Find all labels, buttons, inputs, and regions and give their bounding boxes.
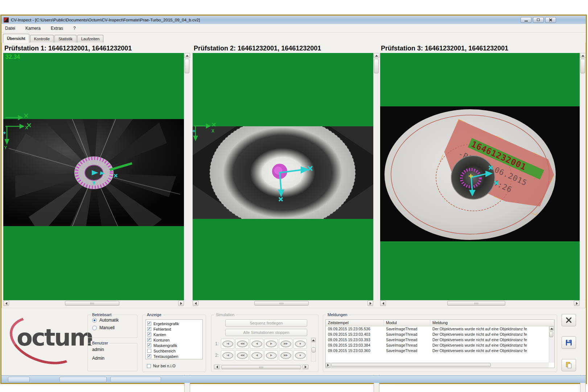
close-button[interactable] <box>545 17 556 23</box>
scroll-right-button[interactable] <box>303 365 308 369</box>
station3-image[interactable]: 16461232001 -P11 11.06.2015 M046 44:26 <box>380 53 580 300</box>
radio-icon[interactable] <box>92 318 97 323</box>
sim2-fast-forward-button[interactable]: ▶▶ <box>279 350 292 360</box>
checkbox[interactable]: ✓ <box>147 343 151 347</box>
checkbox[interactable] <box>147 349 151 353</box>
restore-button[interactable] <box>533 17 544 23</box>
scroll-right-button[interactable] <box>367 301 373 306</box>
scroll-thumb[interactable] <box>254 301 309 306</box>
station1-hscrollbar[interactable] <box>3 300 184 306</box>
anzeige-item-textausgaben[interactable]: ✓ Textausgaben <box>147 354 201 359</box>
scroll-left-button[interactable] <box>3 301 9 306</box>
scroll-up-button[interactable] <box>311 338 316 342</box>
table-row[interactable]: 09.09.2015 15:23:03.384 SaveImageThread … <box>326 343 549 348</box>
copy-messages-button[interactable] <box>562 359 576 371</box>
meldungen-hscrollbar[interactable] <box>326 363 549 368</box>
checkbox[interactable]: ✓ <box>147 354 151 358</box>
meldungen-vscrollbar[interactable] <box>549 326 554 363</box>
menu-datei[interactable]: Datei <box>5 25 20 32</box>
checkbox[interactable] <box>147 364 151 368</box>
sim2-stop-button[interactable]: ■ <box>293 350 307 360</box>
scroll-left-button[interactable] <box>193 301 198 306</box>
checkbox[interactable]: ✓ <box>147 332 151 336</box>
tab-laufzeiten[interactable]: Laufzeiten <box>77 35 104 42</box>
scroll-up-button[interactable] <box>374 53 379 58</box>
scroll-thumb[interactable] <box>221 365 301 369</box>
scroll-thumb[interactable] <box>580 59 585 73</box>
radio-manuell[interactable]: Manuell <box>92 325 137 330</box>
scroll-left-button[interactable] <box>380 301 386 306</box>
sim1-step-back-button[interactable]: ◀ <box>250 339 263 349</box>
station2-image[interactable]: X <box>193 53 373 300</box>
radio-automatik[interactable]: Automatik <box>92 318 137 323</box>
scroll-right-button[interactable] <box>326 363 330 367</box>
scroll-right-button[interactable] <box>574 301 580 306</box>
station1-vscrollbar[interactable] <box>184 53 190 300</box>
scroll-thumb[interactable] <box>312 347 316 352</box>
station3-hscrollbar[interactable] <box>380 300 580 306</box>
tab-uebersicht[interactable]: Übersicht <box>3 34 29 43</box>
sim1-fast-forward-button[interactable]: ▶▶ <box>279 339 292 349</box>
sequenz-festlegen-button[interactable]: Sequenz festlegen <box>225 319 307 327</box>
scroll-up-button[interactable] <box>184 53 190 58</box>
close-icon <box>549 18 552 22</box>
checkbox[interactable]: ✓ <box>147 338 151 342</box>
save-messages-button[interactable] <box>562 336 576 349</box>
scroll-thumb[interactable] <box>65 301 119 306</box>
radio-icon[interactable] <box>92 326 97 330</box>
col-modul[interactable]: Modul <box>384 320 430 326</box>
minimize-button[interactable] <box>521 17 531 23</box>
clear-messages-button[interactable] <box>562 314 576 326</box>
table-row[interactable]: 09.09.2015 15:23:03.393 SaveImageThread … <box>326 337 549 343</box>
table-row[interactable]: 09.09.2015 15:23:03.403 SaveImageThread … <box>326 332 549 337</box>
checkbox[interactable]: ✓ <box>147 327 151 331</box>
scroll-thumb[interactable] <box>374 59 379 73</box>
simulation-hscrollbar[interactable] <box>214 364 309 369</box>
anzeige-item-ergebnisgrafik[interactable]: ✓ Ergebnisgrafik <box>147 321 201 326</box>
col-meldung[interactable]: Meldung <box>430 320 554 326</box>
meldungen-table[interactable]: Zeitstempel Modul Meldung 09.09.2015 15:… <box>325 319 555 368</box>
taskbar-button[interactable] <box>59 377 107 382</box>
sim1-skip-start-button[interactable]: I◀ <box>221 339 234 349</box>
tab-statistik[interactable]: Statistik <box>54 35 77 42</box>
station3-vscrollbar[interactable] <box>580 53 585 300</box>
checkbox[interactable]: ✓ <box>147 322 151 326</box>
scroll-thumb[interactable] <box>185 59 189 73</box>
anzeige-item-kanten[interactable]: ✓ Kanten <box>147 332 201 337</box>
tab-kontrolle[interactable]: Kontrolle <box>30 35 54 42</box>
anzeige-item-konturen[interactable]: ✓ Konturen <box>147 337 201 343</box>
sim1-play-button[interactable]: ▶ <box>264 339 278 349</box>
title-bar[interactable]: CV-Inspect - [C:\Users\Public\Documents\… <box>1 16 586 24</box>
alle-simulationen-stoppen-button[interactable]: Alle Simulationen stoppen <box>225 329 307 336</box>
sim1-stop-button[interactable]: ■ <box>293 339 307 349</box>
station1-image[interactable]: 32.34 X Y <box>3 53 184 300</box>
anzeige-item-maskengrafik[interactable]: ✓ Maskengrafik <box>147 343 201 348</box>
menu-extras[interactable]: Extras <box>51 25 68 32</box>
simulation-vscrollbar[interactable] <box>311 338 316 362</box>
station2-vscrollbar[interactable] <box>373 53 379 300</box>
menu-help[interactable]: ? <box>73 25 81 32</box>
taskbar-button[interactable] <box>110 377 161 382</box>
scroll-thumb[interactable] <box>549 331 553 337</box>
station2-hscrollbar[interactable] <box>193 300 373 306</box>
windows-taskbar <box>1 375 586 383</box>
table-row[interactable]: 09.09.2015 15:23:03.360 SaveImageThread … <box>326 348 549 354</box>
scroll-thumb[interactable] <box>331 363 491 367</box>
scroll-thumb[interactable] <box>447 301 505 306</box>
menu-kamera[interactable]: Kamera <box>25 25 46 32</box>
scroll-up-button[interactable] <box>580 53 586 58</box>
scroll-right-button[interactable] <box>178 301 184 306</box>
anzeige-item-suchbereich[interactable]: Suchbereich <box>147 348 201 354</box>
taskbar-button[interactable] <box>8 377 30 382</box>
anzeige-item-fehlertext[interactable]: ✓ Fehlertext <box>147 326 201 332</box>
sim1-rewind-button[interactable]: ◀◀ <box>235 339 249 349</box>
scroll-up-button[interactable] <box>549 326 554 331</box>
table-row[interactable]: 09.09.2015 15:23:05.536 SaveImageThread … <box>326 326 549 332</box>
sim2-skip-start-button[interactable]: I◀ <box>221 350 234 360</box>
sim2-rewind-button[interactable]: ◀◀ <box>235 350 249 360</box>
scroll-left-button[interactable] <box>214 365 220 369</box>
sim2-step-back-button[interactable]: ◀ <box>250 350 263 360</box>
sim2-play-button[interactable]: ▶ <box>264 350 278 360</box>
nur-bei-nio-checkbox[interactable]: Nur bei n.i.O <box>147 364 176 368</box>
col-zeitstempel[interactable]: Zeitstempel <box>326 320 384 326</box>
